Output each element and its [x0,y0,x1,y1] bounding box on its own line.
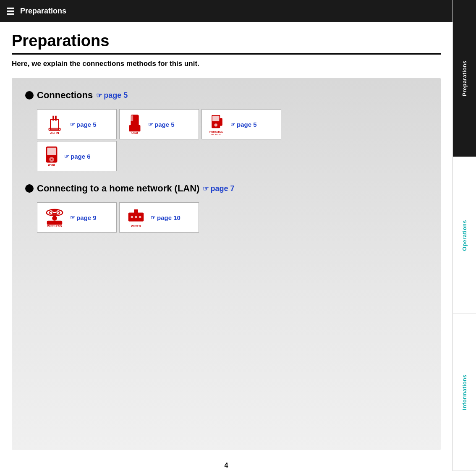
header-title: Preparations [20,7,66,16]
wireless-page-link[interactable]: page 9 [70,214,97,221]
acin-page-link[interactable]: page 5 [70,121,97,128]
card-usb: USB page 5 [119,109,199,139]
lan-section: Connecting to a home network (LAN) page … [25,183,427,233]
svg-point-11 [214,123,217,126]
svg-text:PORTABLE: PORTABLE [209,131,223,133]
svg-point-22 [52,212,57,214]
sidebar-tab-operations[interactable]: Operations [453,157,476,314]
lan-title: Connecting to a home network (LAN) [37,183,199,194]
svg-text:PLAYER: PLAYER [211,134,221,135]
svg-point-28 [131,216,133,218]
bars-icon [7,8,14,15]
sidebar-tab-preparations-label: Preparations [461,60,468,96]
svg-point-29 [135,216,137,218]
svg-rect-16 [47,148,56,155]
sidebar-tab-informations[interactable]: Informations [453,314,476,471]
ipod-icon: iPod [43,146,60,167]
page-title: Preparations [12,32,441,55]
svg-rect-24 [53,215,56,219]
sidebar-tab-operations-label: Operations [461,220,468,251]
main-content: Preparations Preparations Here, we expla… [0,0,452,471]
svg-rect-7 [130,115,133,121]
connections-page-link[interactable]: page 5 [96,91,128,100]
svg-rect-25 [47,221,63,225]
svg-rect-1 [52,116,54,121]
wired-icon: WIRED [126,207,146,228]
svg-text:USB: USB [131,131,139,135]
svg-point-18 [51,159,52,160]
card-ipod: iPod page 6 [37,141,117,171]
svg-rect-6 [129,125,141,131]
card-portable: PORTABLE PLAYER page 5 [201,109,281,139]
top-header: Preparations [0,0,452,22]
bullet-lan [25,184,34,193]
sidebar-tab-preparations[interactable]: Preparations [453,0,476,157]
svg-text:iPod: iPod [48,163,55,167]
portable-icon: PORTABLE PLAYER [208,114,226,135]
usb-page-link[interactable]: page 5 [148,121,175,128]
page-number: 4 [0,458,452,471]
svg-rect-10 [212,116,220,121]
sidebar-tab-informations-label: Informations [461,374,468,410]
card-acin: AC IN page 5 [37,109,117,139]
svg-rect-12 [220,118,222,126]
page-subtitle: Here, we explain the connections methods… [12,60,441,68]
right-sidebar: Preparations Operations Informations [452,0,476,471]
card-wired: WIRED page 10 [119,202,199,233]
lan-heading: Connecting to a home network (LAN) page … [25,183,427,194]
page-body: Preparations Here, we explain the connec… [0,22,452,458]
usb-icon: USB [126,114,144,135]
svg-text:WIRED: WIRED [131,224,141,228]
connections-section: Connections page 5 [25,90,427,171]
ipod-page-link[interactable]: page 6 [64,153,91,160]
connections-heading: Connections page 5 [25,90,427,101]
lan-page-link[interactable]: page 7 [203,184,234,193]
lan-cards-row: WIRELESS page 9 [37,202,427,233]
connections-cards-row1: AC IN page 5 U [37,109,427,139]
card-wireless: WIRELESS page 9 [37,202,117,233]
wired-page-link[interactable]: page 10 [151,214,180,221]
svg-rect-2 [55,116,57,121]
acin-icon: AC IN [43,114,66,134]
wireless-icon: WIRELESS [43,207,66,228]
svg-point-30 [139,216,141,218]
connections-title: Connections [37,90,93,101]
svg-text:WIRELESS: WIRELESS [47,225,62,228]
content-panel: Connections page 5 [12,78,441,450]
connections-cards-row2: iPod page 6 [37,141,427,171]
svg-text:AC IN: AC IN [50,131,59,135]
bullet-connections [25,91,34,99]
portable-page-link[interactable]: page 5 [230,121,257,128]
